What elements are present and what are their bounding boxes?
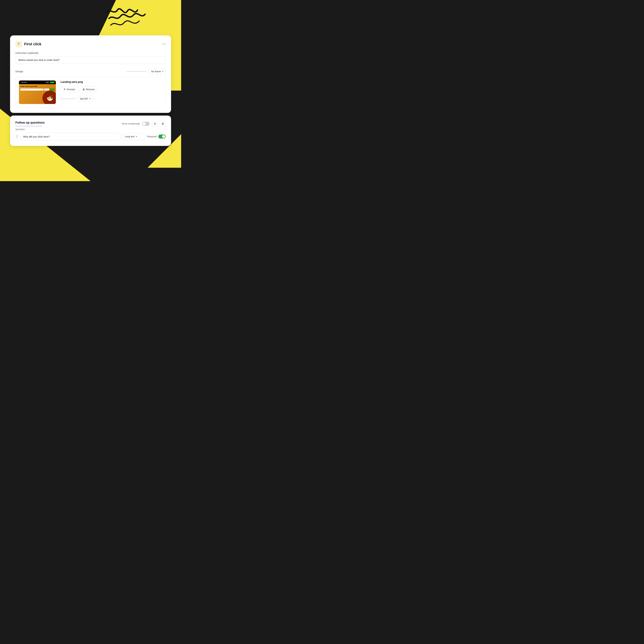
show-conditionally-label: Show conditionally bbox=[122, 122, 140, 125]
type-chevron: ▾ bbox=[136, 135, 137, 138]
card-title-group: 🖱️ First click bbox=[15, 41, 41, 47]
design-section: Design No frame ▾ ≡ Uber Eats bbox=[15, 69, 166, 108]
design-slider[interactable] bbox=[126, 71, 147, 72]
fq-title-area: Follow up questions bbox=[15, 121, 45, 126]
frame-dropdown-label: No frame bbox=[151, 70, 161, 73]
remove-button[interactable]: 🗑 Remove bbox=[80, 86, 97, 93]
type-dropdown-label: Long text bbox=[125, 135, 135, 138]
dpi-slider[interactable] bbox=[61, 98, 76, 99]
drag-dot-row-1 bbox=[16, 135, 18, 136]
design-label: Design bbox=[15, 70, 23, 73]
dot2 bbox=[163, 44, 164, 44]
food-circle: 🍜 bbox=[42, 91, 56, 104]
uber-nav-btns: Log in Sign up bbox=[45, 82, 55, 83]
question-row: Long text ▾ Required bbox=[15, 133, 166, 141]
uber-signup-btn: Sign up bbox=[50, 82, 55, 83]
dpi-chevron: ▾ bbox=[89, 98, 90, 100]
design-header: Design No frame ▾ bbox=[15, 69, 166, 74]
toggle-thumb bbox=[143, 122, 146, 125]
image-card: ≡ Uber Eats Log in Sign up Order food to… bbox=[15, 77, 166, 108]
uber-search: 📍 Enter delivery address Deliver now ▾ F… bbox=[20, 89, 55, 91]
dot3 bbox=[165, 44, 166, 44]
uber-headline: Order food to your door bbox=[20, 86, 55, 87]
image-thumbnail: ≡ Uber Eats Log in Sign up Order food to… bbox=[19, 81, 56, 104]
instruction-label: Instruction (optional) bbox=[15, 51, 166, 54]
follow-up-header-row: Follow up questions Show conditionally ⧉… bbox=[15, 121, 166, 127]
delete-button[interactable]: 🗑 bbox=[160, 121, 166, 127]
cursor-icon: 🖱️ bbox=[17, 42, 21, 46]
follow-up-card: Follow up questions Show conditionally ⧉… bbox=[10, 116, 171, 146]
follow-up-controls: Show conditionally ⧉ 🗑 bbox=[122, 121, 166, 127]
uber-deliver-btn: Deliver now ▾ bbox=[44, 89, 49, 91]
copy-icon: ⧉ bbox=[154, 122, 156, 125]
trash-icon: 🗑 bbox=[162, 122, 164, 125]
card-header: 🖱️ First click bbox=[15, 41, 166, 47]
uber-deliver-text: Deliver now ▾ bbox=[45, 89, 49, 90]
uber-find-btn: Find Food bbox=[50, 89, 55, 91]
card-title: First click bbox=[24, 42, 41, 46]
preview-icon: 👁 bbox=[63, 88, 66, 91]
type-dropdown[interactable]: Long text ▾ bbox=[122, 133, 145, 140]
preview-label: Preview bbox=[67, 88, 75, 91]
main-container: 🖱️ First click Instruction (optional) De… bbox=[10, 35, 171, 146]
uber-nav: ≡ Uber Eats Log in Sign up bbox=[19, 81, 56, 84]
instruction-input[interactable] bbox=[15, 56, 166, 64]
preview-button[interactable]: 👁 Preview bbox=[61, 86, 78, 93]
first-click-icon-badge: 🖱️ bbox=[15, 41, 22, 47]
drag-dot-row-3 bbox=[16, 137, 18, 138]
required-toggle[interactable] bbox=[158, 135, 166, 139]
follow-up-title: Follow up questions bbox=[15, 121, 45, 124]
uber-address-text: 📍 Enter delivery address bbox=[21, 89, 29, 90]
uber-find-text: Find Food bbox=[51, 89, 54, 90]
uber-address-input: 📍 Enter delivery address bbox=[20, 89, 43, 91]
header-slider bbox=[15, 126, 42, 126]
design-controls: No frame ▾ bbox=[126, 69, 166, 74]
drag-handle[interactable] bbox=[15, 134, 19, 139]
scribble-decoration bbox=[104, 7, 148, 37]
image-actions: 👁 Preview 🗑 Remove bbox=[61, 86, 162, 93]
required-section: Required bbox=[147, 135, 166, 139]
required-toggle-thumb bbox=[162, 135, 165, 138]
dpi-dropdown-label: Std-DPI bbox=[80, 97, 88, 100]
question-input[interactable] bbox=[20, 133, 120, 141]
dot1 bbox=[162, 44, 163, 44]
copy-button[interactable]: ⧉ bbox=[152, 121, 158, 127]
uber-login-btn: Log in bbox=[45, 82, 49, 83]
question-section: Question bbox=[15, 128, 166, 141]
uber-nav-logo: ≡ Uber Eats bbox=[20, 82, 27, 83]
dpi-section: Std-DPI ▾ bbox=[61, 96, 162, 102]
required-label: Required bbox=[147, 135, 157, 138]
more-options-button[interactable] bbox=[162, 44, 166, 44]
frame-dropdown-chevron: ▾ bbox=[162, 70, 163, 73]
dpi-dropdown[interactable]: Std-DPI ▾ bbox=[77, 96, 93, 102]
remove-icon: 🗑 bbox=[83, 88, 85, 91]
question-label: Question bbox=[15, 128, 166, 131]
show-conditionally-toggle[interactable] bbox=[142, 122, 150, 126]
uber-eats-preview: ≡ Uber Eats Log in Sign up Order food to… bbox=[19, 81, 56, 104]
drag-dot-row-2 bbox=[16, 136, 18, 137]
first-click-card: 🖱️ First click Instruction (optional) De… bbox=[10, 35, 171, 113]
remove-label: Remove bbox=[86, 88, 95, 91]
frame-dropdown[interactable]: No frame ▾ bbox=[149, 69, 166, 74]
image-filename: Landing-wire.png bbox=[61, 81, 162, 84]
image-info: Landing-wire.png 👁 Preview 🗑 Remove bbox=[61, 81, 162, 102]
food-emoji: 🍜 bbox=[47, 95, 53, 101]
